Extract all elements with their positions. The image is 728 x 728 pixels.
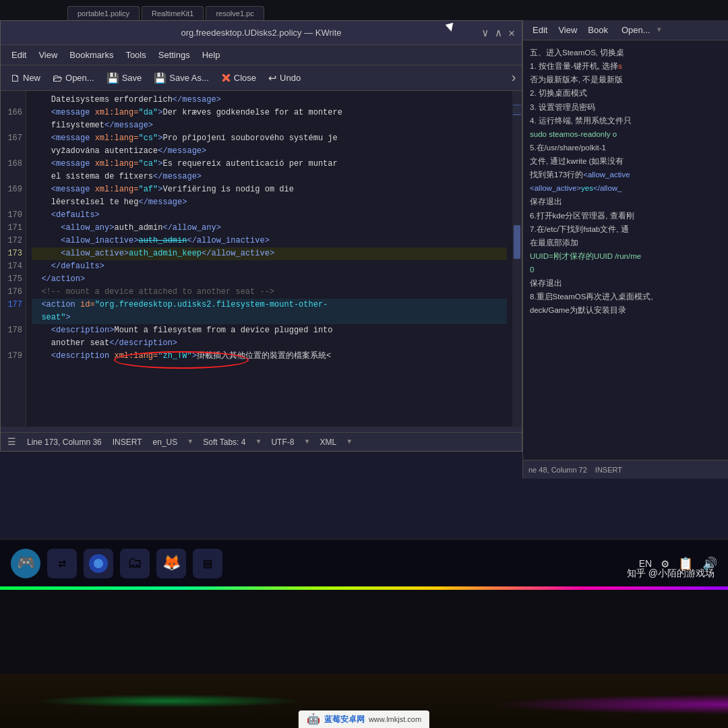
saveas-button[interactable]: 💾 Save As... — [148, 69, 214, 87]
toolbar-more[interactable]: › — [510, 70, 518, 86]
right-status-mode: INSERT — [595, 466, 622, 474]
right-panel-line: 在最底部添加 — [530, 236, 721, 249]
close-icon[interactable]: ✕ — [508, 26, 515, 40]
line-number — [1, 171, 26, 183]
right-panel-line: 0 — [530, 263, 721, 276]
discover-icon[interactable] — [84, 549, 113, 578]
tab-realtimekit[interactable]: RealtimeKit1 — [142, 6, 204, 20]
code-line: <message xml:lang="cs">Pro připojení sou… — [32, 132, 507, 145]
right-panel-content: 五、进入SteamOS, 切换桌 1. 按住音量-键开机, 选择s 否为最新版本… — [523, 40, 728, 323]
status-encoding[interactable]: UTF-8 — [271, 437, 294, 447]
logo-url: www.lmkjst.com — [369, 715, 421, 723]
line-number: 178 — [1, 324, 26, 337]
toolbar: 🗋 New 🗁 Open... 💾 Save 💾 Save As... 🗙 Cl… — [1, 65, 522, 91]
line-number — [1, 94, 26, 107]
code-line: </defaults> — [32, 260, 507, 273]
steam-icon[interactable]: 🎮 — [11, 549, 40, 578]
line-numbers: 166 167 168 169 170 171 172 173 174 175 … — [1, 91, 26, 427]
menu-settings[interactable]: Settings — [153, 48, 195, 62]
right-panel-line: 4. 运行终端, 禁用系统文件只 — [530, 114, 721, 127]
status-enc-arrow: ▼ — [305, 438, 309, 446]
code-line: another seat</description> — [32, 337, 507, 350]
open-button[interactable]: 🗁 Open... — [47, 69, 100, 86]
menu-edit[interactable]: Edit — [6, 48, 32, 62]
right-panel-line: 5.在/usr/share/polkit-1 — [530, 141, 721, 154]
close-button[interactable]: 🗙 Close — [216, 69, 262, 86]
network-icon[interactable]: ⇄ — [47, 549, 77, 578]
line-number: 179 — [1, 350, 26, 363]
right-panel: Edit View Book Open... ▼ 五、进入SteamOS, 切换… — [522, 20, 728, 479]
open-label: Open... — [65, 73, 94, 83]
right-panel-line: 否为最新版本, 不是最新版 — [530, 73, 721, 86]
undo-label: Undo — [280, 73, 301, 83]
right-menu-book[interactable]: Book — [584, 23, 612, 37]
code-line: lêerstelsel te heg</message> — [32, 196, 507, 209]
new-button[interactable]: 🗋 New — [5, 69, 46, 86]
tab-portable1[interactable]: portable1.policy — [67, 6, 140, 20]
minimize-icon[interactable]: ∨ — [482, 26, 489, 40]
undo-button[interactable]: ↩ Undo — [263, 69, 306, 87]
firefox-icon[interactable]: 🦊 — [156, 549, 186, 578]
line-number: 171 — [1, 222, 26, 235]
menu-tools[interactable]: Tools — [120, 48, 151, 62]
maximize-icon[interactable]: ∧ — [495, 26, 502, 40]
line-number — [1, 337, 26, 350]
code-line: filsystemet</message> — [32, 119, 507, 132]
menu-help[interactable]: Help — [197, 48, 226, 62]
status-syntax[interactable]: XML — [320, 437, 336, 447]
status-syn-arrow: ▼ — [347, 438, 351, 446]
status-lang-arrow: ▼ — [188, 438, 192, 446]
right-panel-line: 文件, 通过kwrite (如果没有 — [530, 154, 721, 168]
code-line-173: <allow_active>auth_admin_keep</allow_act… — [32, 247, 507, 260]
code-line: seat"> — [32, 311, 507, 324]
code-line: vyžadována autentizace</message> — [32, 145, 507, 158]
files-icon[interactable]: 🗂 — [120, 549, 150, 578]
undo-icon: ↩ — [268, 72, 277, 84]
right-panel-line: 保存退出 — [530, 276, 721, 290]
close-label: Close — [234, 73, 256, 83]
menu-view[interactable]: View — [33, 48, 63, 62]
new-icon: 🗋 — [10, 72, 20, 84]
right-menu-edit[interactable]: Edit — [528, 23, 551, 37]
right-panel-menu: Edit View Book Open... ▼ — [523, 20, 728, 40]
code-line: <description>Mount a filesystem from a d… — [32, 324, 507, 337]
line-number: 170 — [1, 209, 26, 222]
terminal-icon[interactable]: ▤ — [193, 549, 222, 578]
kwrite-window: org.freedesktop.UDisks2.policy — KWrite … — [0, 20, 522, 452]
code-content[interactable]: Dateisystems erforderlich</message> <mes… — [26, 91, 512, 427]
menu-bookmarks[interactable]: Bookmarks — [64, 48, 119, 62]
code-line: <description xml:lang="zh_TW">掛載插入其他位置的裝… — [32, 350, 507, 363]
mouse-cursor — [446, 23, 456, 33]
code-line: <message xml:lang="ca">Es requereix aute… — [32, 158, 507, 171]
save-button[interactable]: 💾 Save — [101, 69, 148, 87]
status-lang[interactable]: en_US — [153, 437, 178, 447]
right-panel-line: sudo steamos-readonly o — [530, 127, 721, 141]
window-controls: ∨ ∧ ✕ — [482, 26, 515, 40]
saveas-label: Save As... — [169, 73, 209, 83]
close-file-icon: 🗙 — [221, 72, 231, 84]
editor-area: 166 167 168 169 170 171 172 173 174 175 … — [1, 91, 522, 427]
status-tabs[interactable]: Soft Tabs: 4 — [203, 437, 245, 447]
line-number: 168 — [1, 158, 26, 171]
menu-bar: Edit View Bookmarks Tools Settings Help — [1, 45, 522, 65]
tab-resolve[interactable]: resolve1.pc — [206, 6, 264, 20]
code-line: Dateisystems erforderlich</message> — [32, 94, 507, 107]
right-menu-open[interactable]: Open... — [617, 23, 655, 37]
saveas-icon: 💾 — [154, 72, 166, 84]
watermark: 知乎 @小陌的游戏场 — [627, 568, 715, 580]
line-number: 173 — [1, 247, 26, 260]
right-menu-view[interactable]: View — [554, 23, 581, 37]
code-line: <message xml:lang="af">Verifiëring is no… — [32, 183, 507, 196]
code-line: <allow_any>auth_admin</allow_any> — [32, 222, 507, 235]
code-line: <allow_inactive>auth_admin</allow_inacti… — [32, 235, 507, 247]
android-icon: 🤖 — [307, 712, 320, 726]
right-panel-line: 8.重启SteamOS再次进入桌面模式, — [530, 290, 721, 303]
line-number: 169 — [1, 183, 26, 196]
save-label: Save — [122, 73, 142, 83]
scrollbar[interactable] — [512, 91, 522, 427]
status-mode: INSERT — [113, 437, 142, 447]
logo-badge: 🤖 蓝莓安卓网 www.lmkjst.com — [299, 710, 429, 728]
open-icon: 🗁 — [53, 72, 63, 84]
status-bar: ☰ Line 173, Column 36 INSERT en_US ▼ Sof… — [1, 432, 522, 451]
desk-area — [0, 586, 728, 728]
